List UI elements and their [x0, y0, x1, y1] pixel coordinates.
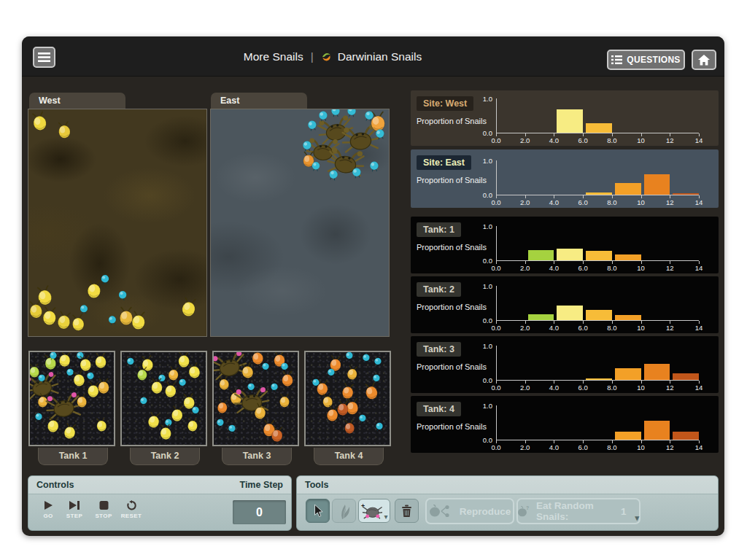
baby-snail[interactable]: [34, 413, 42, 421]
snail[interactable]: [186, 362, 201, 380]
baby-snail[interactable]: [326, 368, 336, 378]
baby-snail[interactable]: [374, 128, 385, 141]
baby-snail[interactable]: [330, 109, 340, 117]
site-canvas-west[interactable]: [28, 109, 207, 337]
baby-snail[interactable]: [369, 160, 379, 172]
step-button[interactable]: STEP: [62, 500, 87, 519]
baby-snail[interactable]: [358, 414, 368, 424]
eat-random-snails-button[interactable]: ? Eat Random Snails: 1 ▾: [516, 498, 640, 524]
snail[interactable]: [187, 417, 198, 432]
x-tick-label: 10: [637, 264, 645, 272]
site-canvas-east[interactable]: [210, 109, 390, 337]
baby-snail[interactable]: [374, 357, 382, 365]
baby-snail[interactable]: [306, 119, 318, 131]
baby-snail[interactable]: [107, 315, 117, 326]
questions-label: QUESTIONS: [627, 55, 680, 65]
chart-panel-tank-3[interactable]: Tank: 3Proportion of Snails1.00.00.02.04…: [411, 336, 719, 393]
tank-label-1[interactable]: Tank 1: [38, 448, 108, 465]
snail[interactable]: [253, 402, 268, 421]
chart-panel-tank-2[interactable]: Tank: 2Proportion of Snails1.00.00.02.04…: [411, 276, 719, 333]
stop-button[interactable]: STOP: [91, 500, 116, 519]
baby-snail[interactable]: [347, 109, 357, 117]
snail[interactable]: [95, 416, 108, 432]
baby-snail[interactable]: [86, 372, 95, 381]
baby-snail[interactable]: [317, 110, 328, 122]
kelp-tool-button[interactable]: [332, 499, 356, 523]
snail[interactable]: [217, 375, 230, 390]
snail[interactable]: [55, 310, 72, 330]
snail[interactable]: [179, 296, 197, 317]
snail[interactable]: [30, 110, 48, 132]
baby-snail[interactable]: [364, 110, 375, 122]
snail[interactable]: [363, 381, 379, 401]
snail[interactable]: [131, 310, 147, 330]
snail[interactable]: [325, 405, 341, 423]
snail[interactable]: [163, 381, 177, 397]
baby-snail[interactable]: [216, 418, 225, 428]
snail[interactable]: [216, 398, 228, 413]
tank-canvas-3[interactable]: [212, 351, 299, 446]
baby-snail[interactable]: [37, 373, 47, 384]
snail[interactable]: [28, 299, 44, 319]
go-button[interactable]: GO: [36, 500, 61, 519]
tank-label-2[interactable]: Tank 2: [130, 448, 200, 465]
select-tool-button[interactable]: [306, 499, 330, 523]
baby-snail[interactable]: [376, 421, 384, 430]
baby-snail[interactable]: [228, 424, 236, 434]
snail[interactable]: [347, 365, 360, 381]
snail[interactable]: [87, 279, 102, 298]
questions-button[interactable]: QUESTIONS: [607, 50, 685, 70]
baby-snail[interactable]: [139, 396, 148, 406]
snail[interactable]: [42, 306, 58, 325]
baby-snail[interactable]: [177, 378, 187, 388]
snail[interactable]: [170, 405, 184, 421]
snail[interactable]: [76, 393, 88, 408]
baby-snail[interactable]: [49, 351, 58, 361]
site-tab-west[interactable]: West: [29, 93, 125, 109]
chart-panel-site-east[interactable]: Site: EastProportion of Snails1.00.00.02…: [411, 149, 719, 208]
chart-panel-tank-4[interactable]: Tank: 4Proportion of Snails1.00.00.02.04…: [411, 396, 719, 453]
snail[interactable]: [71, 369, 86, 387]
snail[interactable]: [344, 419, 355, 434]
reproduce-button[interactable]: Reproduce: [425, 498, 514, 524]
baby-snail[interactable]: [270, 383, 279, 392]
snail[interactable]: [58, 351, 72, 368]
tank-canvas-1[interactable]: [28, 351, 115, 446]
tank-label-4[interactable]: Tank 4: [314, 448, 384, 465]
snail[interactable]: [56, 120, 71, 139]
chart-panel-site-west[interactable]: Site: WestProportion of Snails1.00.00.02…: [411, 90, 719, 146]
tank-label-3[interactable]: Tank 3: [222, 448, 292, 465]
tank-canvas-4[interactable]: [304, 351, 391, 446]
baby-snail[interactable]: [117, 289, 128, 301]
menu-button[interactable]: [33, 47, 55, 68]
baby-snail[interactable]: [362, 353, 371, 362]
tank-canvas-2[interactable]: [120, 351, 207, 446]
baby-snail[interactable]: [192, 406, 200, 415]
snail[interactable]: [136, 366, 148, 381]
snail[interactable]: [281, 370, 293, 386]
snail[interactable]: [47, 416, 61, 433]
add-crab-tool-button[interactable]: + ▾: [358, 499, 390, 523]
snail-logo-icon: [321, 51, 332, 62]
histogram-bar: [615, 368, 641, 380]
snail[interactable]: [271, 425, 285, 443]
chart-panel-tank-1[interactable]: Tank: 1Proportion of Snails1.00.00.02.04…: [411, 217, 719, 273]
baby-snail[interactable]: [328, 169, 339, 182]
baby-snail[interactable]: [302, 140, 312, 152]
baby-snail[interactable]: [311, 160, 320, 171]
snail[interactable]: [87, 381, 101, 397]
reset-button[interactable]: RESET: [119, 500, 144, 519]
home-button[interactable]: [692, 50, 716, 70]
baby-snail[interactable]: [351, 167, 362, 179]
snail[interactable]: [94, 352, 107, 368]
snail[interactable]: [279, 393, 290, 408]
delete-tool-button[interactable]: [395, 499, 419, 523]
snail[interactable]: [63, 422, 78, 440]
baby-snail[interactable]: [344, 351, 354, 361]
baby-snail[interactable]: [261, 362, 270, 372]
snail[interactable]: [151, 378, 163, 394]
site-tab-east[interactable]: East: [211, 93, 307, 109]
snail[interactable]: [159, 424, 172, 440]
baby-snail[interactable]: [125, 357, 135, 367]
snail[interactable]: [71, 314, 85, 332]
